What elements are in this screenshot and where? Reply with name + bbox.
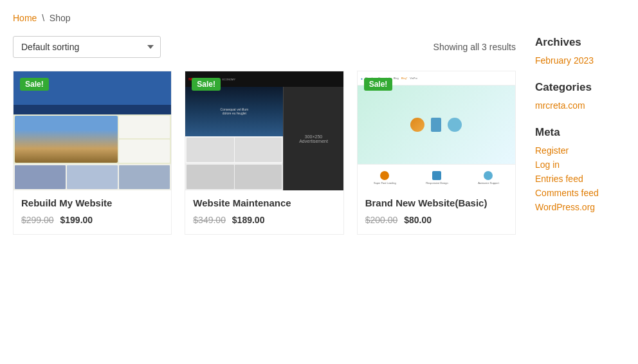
product-info-1: Rebuild My Website $299.00 $199.00 xyxy=(14,190,171,234)
product-image-wrap-1: Sale! xyxy=(14,71,171,190)
product-price-1: $299.00 $199.00 xyxy=(21,215,163,225)
product-info-2: Website Maintenance $349.00 $189.00 xyxy=(185,190,343,234)
product-title-1: Rebuild My Website xyxy=(21,197,163,210)
sale-price-1: $199.00 xyxy=(60,215,93,225)
meta-link-register[interactable]: Register xyxy=(535,145,625,156)
product-image-wrap-3: Sale! ● Chambar Promotude Blog Blog* Vis… xyxy=(358,71,515,190)
sale-badge-3: Sale! xyxy=(364,78,393,91)
sale-badge-1: Sale! xyxy=(20,78,49,91)
sale-price-3: $80.00 xyxy=(404,215,432,225)
meta-link-wordpress[interactable]: WordPress.org xyxy=(535,202,625,212)
sort-select[interactable]: Default sorting xyxy=(13,36,161,58)
original-price-2: $349.00 xyxy=(193,215,226,225)
product-card-3[interactable]: Sale! ● Chambar Promotude Blog Blog* Vis… xyxy=(357,71,516,235)
results-text: Showing all 3 results xyxy=(433,42,516,52)
product-image-wrap-2: Sale! NE POLITICS WORLD ECONOMY xyxy=(185,71,343,190)
meta-link-comments-feed[interactable]: Comments feed xyxy=(535,188,625,198)
meta-section: Meta Register Log in Entries feed Commen… xyxy=(535,126,625,212)
product-title-2: Website Maintenance xyxy=(193,197,335,210)
product-info-3: Brand New Website(Basic) $200.00 $80.00 xyxy=(358,190,515,234)
categories-heading: Categories xyxy=(535,81,625,94)
categories-link-mrcreta[interactable]: mrcreta.com xyxy=(535,100,625,111)
product-title-3: Brand New Website(Basic) xyxy=(365,197,507,210)
product-price-2: $349.00 $189.00 xyxy=(193,215,335,225)
breadcrumb-home[interactable]: Home xyxy=(13,13,37,23)
archives-section: Archives February 2023 xyxy=(535,36,625,66)
sidebar: Archives February 2023 Categories mrcret… xyxy=(535,36,625,235)
meta-link-entries-feed[interactable]: Entries feed xyxy=(535,174,625,184)
archives-link-feb2023[interactable]: February 2023 xyxy=(535,55,625,66)
original-price-1: $299.00 xyxy=(21,215,54,225)
sale-badge-2: Sale! xyxy=(192,78,221,91)
meta-heading: Meta xyxy=(535,126,625,139)
meta-link-login[interactable]: Log in xyxy=(535,159,625,170)
sale-price-2: $189.00 xyxy=(232,215,265,225)
categories-section: Categories mrcreta.com xyxy=(535,81,625,111)
original-price-3: $200.00 xyxy=(365,215,398,225)
product-card-1[interactable]: Sale! xyxy=(13,71,172,235)
product-price-3: $200.00 $80.00 xyxy=(365,215,507,225)
archives-heading: Archives xyxy=(535,36,625,49)
products-area: Default sorting Showing all 3 results Sa… xyxy=(13,36,516,235)
breadcrumb: Home \ Shop xyxy=(13,13,625,23)
product-card-2[interactable]: Sale! NE POLITICS WORLD ECONOMY xyxy=(185,71,343,235)
products-grid: Sale! xyxy=(13,71,516,235)
breadcrumb-current: Shop xyxy=(50,13,71,23)
shop-header: Default sorting Showing all 3 results xyxy=(13,36,516,58)
